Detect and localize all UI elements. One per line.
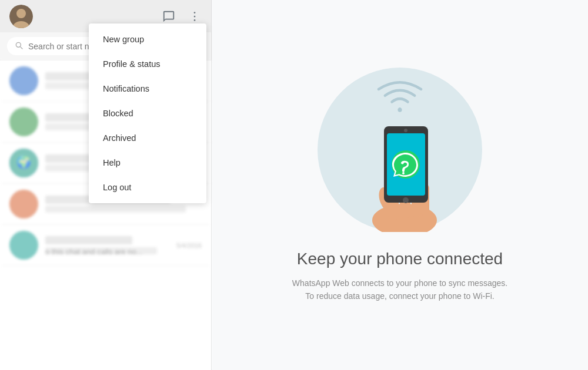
menu-item-notifications[interactable]: Notifications (89, 76, 206, 101)
illustration (306, 68, 494, 232)
phone-illustration (358, 103, 452, 232)
dropdown-menu: New group Profile & status Notifications… (89, 23, 206, 203)
chat-message (45, 206, 186, 213)
chat-avatar (9, 107, 38, 136)
header-icons (162, 9, 202, 23)
chat-avatar (9, 66, 38, 95)
right-panel-title: Keep your phone connected (297, 250, 503, 268)
avatar[interactable] (9, 5, 33, 28)
more-options-icon[interactable] (188, 9, 202, 23)
chat-time: 5/4/2016 (176, 242, 202, 249)
search-icon (14, 41, 24, 52)
svg-point-4 (194, 15, 196, 17)
chat-avatar (9, 231, 38, 260)
chat-avatar (9, 190, 38, 218)
svg-point-5 (194, 19, 196, 21)
left-panel: New group Profile & status Notifications… (0, 0, 212, 370)
menu-item-help[interactable]: Help (89, 150, 206, 175)
chat-avatar: 🌍 (9, 149, 38, 177)
menu-item-blocked[interactable]: Blocked (89, 101, 206, 126)
right-panel-subtitle: WhatsApp Web connects to your phone to s… (288, 277, 512, 303)
menu-item-profile-status[interactable]: Profile & status (89, 52, 206, 76)
chat-info: o this chat and calls are no... (45, 236, 169, 254)
menu-item-archived[interactable]: Archived (89, 126, 206, 150)
chat-item[interactable]: o this chat and calls are no... 5/4/2016 (0, 225, 211, 266)
right-panel: Keep your phone connected WhatsApp Web c… (212, 0, 588, 370)
svg-point-3 (194, 12, 196, 14)
svg-point-20 (403, 197, 409, 203)
chat-message: o this chat and calls are no... (45, 247, 157, 254)
menu-item-new-group[interactable]: New group (89, 27, 206, 52)
chat-meta: 5/4/2016 (176, 242, 202, 249)
svg-text:🌍: 🌍 (16, 155, 31, 169)
svg-point-19 (404, 129, 407, 132)
chat-name (45, 236, 132, 244)
header: New group Profile & status Notifications… (0, 0, 211, 32)
menu-item-log-out[interactable]: Log out (89, 175, 206, 200)
svg-point-1 (16, 9, 26, 18)
svg-point-18 (402, 172, 405, 174)
chat-icon[interactable] (162, 9, 176, 23)
